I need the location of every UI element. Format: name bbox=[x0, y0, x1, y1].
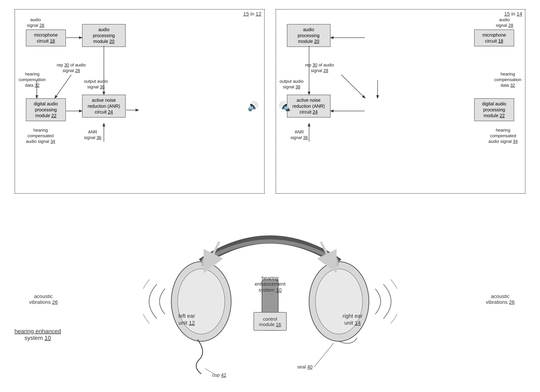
right-audio-proc-ref: 20 bbox=[314, 39, 319, 44]
right-digital-block: digital audioprocessingmodule 22 bbox=[474, 98, 514, 121]
right-ref-15: 15 bbox=[504, 11, 510, 17]
svg-text:system 10: system 10 bbox=[259, 287, 282, 293]
top-section: 15 in 12 microphonecircuit 18 audioproce… bbox=[0, 0, 540, 199]
left-mic-block: microphonecircuit 18 bbox=[26, 29, 66, 46]
svg-line-10 bbox=[341, 75, 365, 98]
svg-text:seal 40: seal 40 bbox=[297, 364, 313, 370]
hearing-enhanced-label: hearing enhanced system 10 bbox=[15, 328, 61, 341]
right-audio-proc-block: audioprocessingmodule 20 bbox=[287, 24, 330, 47]
left-hearing-comp-label: hearingcompensationdata 32 bbox=[19, 71, 46, 88]
left-output-audio-label: output audiosignal 38 bbox=[84, 78, 108, 90]
left-diagram-box: 15 in 12 microphonecircuit 18 audioproce… bbox=[15, 9, 265, 194]
main-container: 15 in 12 microphonecircuit 18 audioproce… bbox=[0, 0, 540, 392]
left-audio-proc-block: audioprocessingmodule 20 bbox=[82, 24, 126, 47]
hearing-enhanced-system: system 10 bbox=[25, 335, 51, 341]
svg-line-3 bbox=[55, 75, 71, 98]
svg-line-35 bbox=[315, 343, 334, 367]
right-audio-signal-label: audiosignal 28 bbox=[496, 17, 513, 28]
right-output-audio-label: output audiosignal 38 bbox=[280, 78, 304, 90]
left-rep-label: rep 30 of audiosignal 28 bbox=[57, 62, 86, 73]
left-anr-signal-label: ANRsignal 36 bbox=[84, 129, 101, 140]
right-mic-block: microphonecircuit 18 bbox=[474, 29, 514, 46]
svg-line-33 bbox=[205, 368, 216, 375]
right-digital-ref: 22 bbox=[500, 113, 505, 118]
svg-text:cup 42: cup 42 bbox=[212, 372, 226, 378]
left-ref-15: 15 bbox=[243, 11, 249, 17]
acoustic-right-label: acousticvibrations 26 bbox=[486, 294, 515, 305]
svg-text:control: control bbox=[263, 316, 277, 322]
left-mic-ref: 18 bbox=[50, 38, 55, 44]
left-digital-block: digital audioprocessingmodule 22 bbox=[26, 98, 66, 121]
left-anr-ref: 24 bbox=[108, 109, 113, 114]
right-ref-14: 14 bbox=[517, 11, 522, 17]
left-ref-12: 12 bbox=[255, 11, 261, 17]
svg-text:unit 14: unit 14 bbox=[344, 320, 360, 326]
right-rep-label: rep 30 of audiosignal 28 bbox=[305, 62, 334, 73]
left-audio-signal-label: audiosignal 28 bbox=[27, 17, 44, 28]
right-hearing-comp-audio-label: hearingcompensatedaudio signal 34 bbox=[489, 127, 518, 144]
svg-text:right ear: right ear bbox=[342, 313, 362, 319]
svg-text:hearing: hearing bbox=[262, 275, 278, 281]
right-anr-signal-label: ANRsignal 36 bbox=[290, 129, 308, 140]
headphone-svg: left ear unit 12 right ear unit 14 heari… bbox=[143, 211, 397, 383]
right-speaker-icon: 🔊 bbox=[279, 101, 290, 112]
hearing-enhanced-text: hearing enhanced bbox=[15, 328, 61, 334]
right-mic-ref: 18 bbox=[498, 38, 503, 44]
bottom-section: hearing enhanced system 10 acousticvibra… bbox=[0, 202, 540, 392]
svg-text:left ear: left ear bbox=[178, 313, 195, 319]
right-hearing-comp-label: hearingcompensationdata 32 bbox=[494, 71, 521, 88]
left-audio-proc-ref: 20 bbox=[110, 39, 115, 44]
svg-text:unit 12: unit 12 bbox=[178, 320, 195, 326]
left-diagram-ref: 15 in 12 bbox=[243, 11, 261, 17]
acoustic-right-ref: 26 bbox=[509, 299, 515, 305]
right-diagram-box: 15 in 14 audioprocessingmodule 20 microp… bbox=[275, 9, 526, 194]
right-diagram-ref: 15 in 14 bbox=[504, 11, 522, 17]
left-anr-block: active noisereduction (ANR)circuit 24 bbox=[82, 95, 126, 118]
right-anr-ref: 24 bbox=[313, 109, 318, 114]
acoustic-left-label: acousticvibrations 26 bbox=[29, 294, 58, 305]
acoustic-left-ref: 26 bbox=[52, 299, 58, 305]
left-digital-ref: 22 bbox=[51, 113, 57, 118]
left-hearing-comp-audio-label: hearingcompensatedaudio signal 34 bbox=[26, 127, 55, 144]
right-anr-block: active noisereduction (ANR)circuit 24 bbox=[287, 95, 330, 118]
svg-text:module 16: module 16 bbox=[259, 322, 281, 327]
left-speaker-icon: 🔊 bbox=[247, 101, 259, 112]
svg-text:enhancement: enhancement bbox=[255, 281, 285, 287]
